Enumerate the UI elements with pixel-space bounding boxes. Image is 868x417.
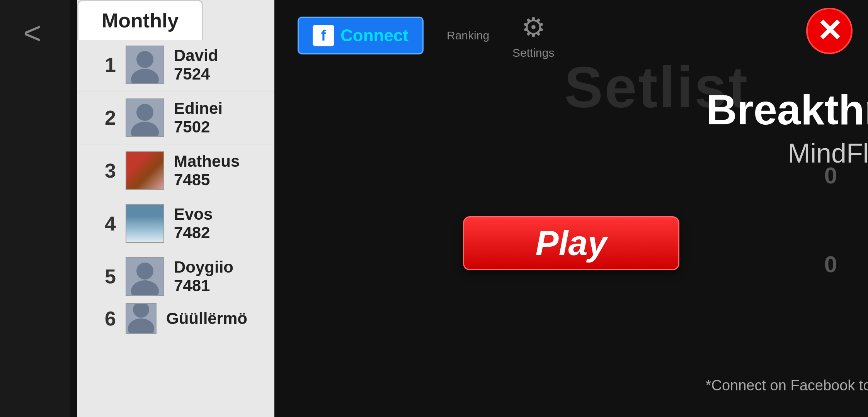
table-row: 5 Doygiio 7481 bbox=[77, 250, 274, 303]
rank-number: 1 bbox=[89, 53, 116, 76]
player-info: Güüllërmö bbox=[166, 309, 247, 328]
settings-button[interactable]: ⚙ Settings bbox=[512, 12, 554, 59]
score-top-right: 0 bbox=[824, 162, 837, 189]
svg-point-2 bbox=[136, 104, 153, 121]
avatar bbox=[126, 46, 164, 84]
ranking-button[interactable]: Ranking bbox=[447, 29, 489, 42]
table-row: 1 David 7524 bbox=[77, 39, 274, 92]
bg-left bbox=[0, 0, 70, 417]
rank-number: 2 bbox=[89, 106, 116, 129]
song-artist: MindFlow bbox=[549, 138, 868, 169]
song-info: Breakthrough MindFlow bbox=[549, 85, 868, 169]
player-name: David bbox=[174, 46, 218, 65]
rank-number: 3 bbox=[89, 159, 116, 182]
facebook-icon: f bbox=[313, 25, 334, 46]
play-label: Play bbox=[535, 224, 607, 263]
close-icon: ✕ bbox=[817, 15, 842, 46]
svg-point-0 bbox=[136, 51, 153, 68]
leaderboard-panel: Monthly 1 David 7524 2 bbox=[77, 0, 274, 417]
ranking-label: Ranking bbox=[447, 29, 489, 42]
player-info: Evos 7482 bbox=[174, 205, 213, 242]
player-info: Doygiio 7481 bbox=[174, 258, 233, 295]
score-bottom-right: 0 bbox=[824, 251, 837, 278]
player-name: Matheus bbox=[174, 152, 240, 171]
facebook-connect-label: Connect bbox=[340, 26, 408, 45]
facebook-connect-button[interactable]: f Connect bbox=[298, 17, 424, 54]
player-info: David 7524 bbox=[174, 46, 218, 83]
player-info: Matheus 7485 bbox=[174, 152, 240, 189]
player-name: Edinei bbox=[174, 99, 223, 118]
table-row: 4 Evos 7482 bbox=[77, 197, 274, 250]
player-score: 7485 bbox=[174, 171, 240, 189]
rank-number: 5 bbox=[89, 265, 116, 288]
gear-icon: ⚙ bbox=[521, 12, 546, 43]
table-row: 6 Güüllërmö bbox=[77, 303, 274, 334]
player-name: Evos bbox=[174, 205, 213, 224]
player-score: 7481 bbox=[174, 276, 233, 295]
back-button[interactable]: < bbox=[23, 15, 41, 51]
play-button[interactable]: Play bbox=[463, 216, 679, 270]
player-score: 7524 bbox=[174, 65, 218, 83]
facebook-notice: *Connect on Facebook to enter in the ran… bbox=[549, 377, 868, 394]
player-name: Güüllërmö bbox=[166, 309, 247, 328]
svg-point-4 bbox=[136, 263, 153, 280]
avatar bbox=[126, 257, 164, 296]
avatar bbox=[126, 151, 164, 190]
avatar bbox=[126, 98, 164, 137]
table-row: 2 Edinei 7502 bbox=[77, 92, 274, 144]
settings-label: Settings bbox=[512, 46, 554, 59]
table-row: 3 Matheus 7485 bbox=[77, 144, 274, 197]
song-title: Breakthrough bbox=[549, 85, 868, 134]
svg-point-5 bbox=[131, 280, 159, 295]
avatar bbox=[126, 204, 164, 243]
player-name: Doygiio bbox=[174, 258, 233, 276]
svg-point-6 bbox=[133, 303, 149, 318]
player-score: 7502 bbox=[174, 118, 223, 136]
leaderboard-list: 1 David 7524 2 bbox=[77, 35, 274, 338]
close-button[interactable]: ✕ bbox=[806, 8, 853, 54]
svg-point-3 bbox=[131, 122, 159, 136]
svg-point-7 bbox=[128, 319, 154, 333]
rank-number: 4 bbox=[89, 212, 116, 235]
monthly-tab-label: Monthly bbox=[102, 9, 179, 32]
player-info: Edinei 7502 bbox=[174, 99, 223, 136]
svg-point-1 bbox=[131, 69, 159, 83]
right-panel: f Connect Ranking ⚙ Settings Setlist Bre… bbox=[274, 0, 868, 417]
avatar bbox=[126, 303, 157, 334]
rank-number: 6 bbox=[89, 307, 116, 330]
player-score: 7482 bbox=[174, 224, 213, 242]
leaderboard-tab: Monthly bbox=[77, 0, 203, 40]
